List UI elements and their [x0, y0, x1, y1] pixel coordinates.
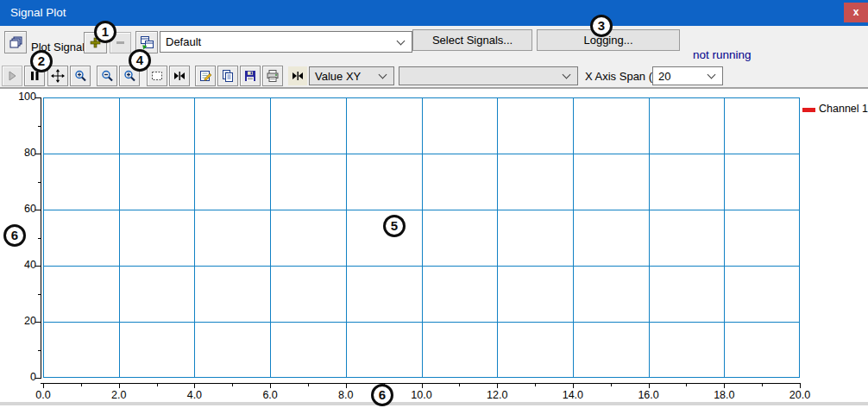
gridline-vertical [422, 97, 423, 378]
gridline-vertical [194, 97, 195, 378]
x-tick-label: 6.0 [253, 389, 287, 401]
x-tick-label: 16.0 [632, 389, 666, 401]
x-minor-tick [308, 384, 309, 386]
gridline-vertical [346, 97, 347, 378]
x-minor-tick [762, 384, 763, 386]
x-major-tick [573, 384, 574, 388]
gridline-vertical [724, 97, 725, 378]
y-tick-label: 80 [10, 147, 36, 159]
y-tick-label: 0 [10, 371, 36, 383]
callout-4: 4 [129, 49, 151, 72]
signal-plot-window: Signal Plot x Plot Signals [0, 0, 868, 408]
x-tick-label: 8.0 [329, 389, 363, 401]
gridline-horizontal [43, 266, 800, 267]
gridline-vertical [497, 97, 498, 378]
x-minor-tick [157, 384, 158, 386]
y-tick-label: 20 [10, 315, 36, 327]
x-minor-tick [81, 384, 82, 386]
gridline-horizontal [43, 210, 800, 210]
y-axis-line [41, 97, 41, 379]
y-minor-tick [38, 238, 41, 239]
y-minor-tick [38, 294, 41, 295]
window-bottom-edge [0, 402, 868, 405]
y-minor-tick [38, 126, 41, 127]
x-major-tick [43, 384, 44, 388]
x-major-tick [119, 384, 120, 388]
callout-2: 2 [30, 50, 53, 72]
x-minor-tick [459, 384, 460, 386]
x-tick-label: 0.0 [26, 389, 60, 401]
plot-region: 1008060402000.02.04.06.08.010.012.014.01… [0, 88, 868, 408]
gridline-horizontal [43, 154, 800, 154]
x-major-tick [194, 384, 195, 388]
x-major-tick [346, 384, 347, 388]
x-tick-label: 20.0 [783, 389, 817, 401]
gridline-vertical [649, 97, 650, 378]
y-tick-label: 60 [10, 203, 36, 215]
y-tick-label: 40 [10, 259, 36, 271]
y-tick-label: 100 [10, 91, 36, 103]
callout-5: 5 [383, 215, 406, 237]
gridline-vertical [119, 97, 120, 378]
legend-label: Channel 1 [819, 103, 868, 115]
x-tick-label: 4.0 [177, 389, 211, 401]
gridline-horizontal [43, 322, 800, 323]
callout-3: 3 [590, 15, 613, 37]
x-tick-label: 14.0 [556, 389, 590, 401]
y-minor-tick [38, 182, 41, 183]
x-major-tick [800, 384, 801, 388]
x-tick-label: 10.0 [405, 389, 439, 401]
gridline-vertical [573, 97, 574, 378]
x-tick-label: 18.0 [707, 389, 741, 401]
x-major-tick [724, 384, 725, 388]
callout-6-left: 6 [3, 224, 26, 247]
y-minor-tick [38, 350, 41, 351]
x-minor-tick [686, 384, 687, 386]
x-minor-tick [535, 384, 536, 386]
x-major-tick [270, 384, 271, 388]
x-major-tick [497, 384, 498, 388]
x-tick-label: 2.0 [102, 389, 136, 401]
x-tick-label: 12.0 [480, 389, 514, 401]
x-major-tick [422, 384, 423, 388]
x-major-tick [649, 384, 650, 388]
x-minor-tick [611, 384, 612, 386]
legend-marker [802, 108, 815, 112]
gridline-vertical [270, 97, 271, 378]
callout-6-bottom: 6 [371, 384, 393, 406]
x-minor-tick [232, 384, 233, 386]
callout-1: 1 [94, 21, 116, 43]
